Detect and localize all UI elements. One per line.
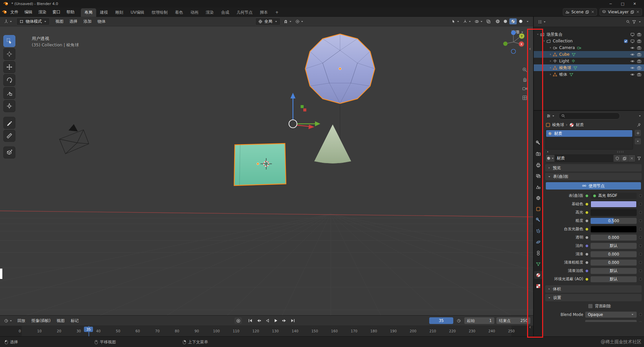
- tool-cursor[interactable]: [3, 48, 15, 60]
- screen-icon[interactable]: [630, 32, 635, 37]
- decorator-dot[interactable]: [639, 244, 642, 247]
- panel-preview[interactable]: 预览: [545, 164, 642, 171]
- remove-viewlayer-icon[interactable]: [636, 10, 640, 14]
- expand-icon[interactable]: [549, 53, 552, 56]
- snap-button[interactable]: [282, 19, 293, 24]
- timeline-menu[interactable]: 抠像(插帧): [28, 316, 53, 325]
- minimize-button[interactable]: ─: [605, 2, 617, 6]
- tool-tweak-select[interactable]: [3, 35, 15, 47]
- shading-wireframe-button[interactable]: [494, 18, 501, 24]
- axis-neg-z-ball[interactable]: [511, 49, 516, 54]
- close-button[interactable]: ✕: [629, 2, 641, 6]
- outliner-row[interactable]: 场景集合: [534, 31, 644, 38]
- mode-dropdown[interactable]: 物体模式: [16, 18, 50, 25]
- shading-material-button[interactable]: [509, 18, 517, 24]
- playhead-frame-chip[interactable]: 35: [84, 327, 93, 332]
- gizmo-plane-handle-red[interactable]: [303, 108, 306, 111]
- color-swatch[interactable]: [591, 209, 637, 216]
- menubar-menu[interactable]: 渲染: [35, 8, 49, 16]
- outliner-row[interactable]: 锥体: [534, 71, 644, 78]
- camera-object[interactable]: [59, 124, 89, 154]
- timeline-ruler[interactable]: 0102030405060708090100110120130140150160…: [0, 326, 533, 337]
- panel-settings[interactable]: 设置: [545, 294, 642, 301]
- outliner-row[interactable]: Collection: [534, 38, 644, 44]
- new-scene-icon[interactable]: [585, 10, 589, 14]
- tool-measure[interactable]: [3, 130, 15, 142]
- properties-editor-button[interactable]: [545, 113, 556, 119]
- workspace-tab[interactable]: 几何节点: [233, 8, 256, 17]
- pan-hand-icon[interactable]: [522, 76, 527, 82]
- camera-view-icon[interactable]: [522, 86, 527, 91]
- panel-surface[interactable]: 表(曲)面: [545, 173, 642, 180]
- gizmos-dropdown[interactable]: [462, 19, 473, 24]
- workspace-tab[interactable]: UV编辑: [127, 8, 148, 17]
- outliner-row[interactable]: 棱角球: [534, 64, 644, 71]
- cone-object[interactable]: [314, 124, 351, 163]
- viewlayer-selector[interactable]: ViewLayer: [600, 8, 642, 16]
- outliner-editor-button[interactable]: [536, 19, 547, 25]
- shading-solid-button[interactable]: [502, 18, 509, 24]
- timeline-menu[interactable]: 回放: [14, 316, 28, 325]
- backface-culling-checkbox[interactable]: [588, 304, 593, 309]
- shader-select[interactable]: 高光 BSDF: [591, 193, 637, 199]
- frame-start-field[interactable]: 起始 1: [464, 317, 494, 324]
- unlink-scene-icon[interactable]: [591, 10, 595, 14]
- value-slider[interactable]: 0.000: [591, 260, 637, 266]
- workspace-tab[interactable]: 雕刻: [112, 8, 127, 17]
- decorator-dot[interactable]: [639, 211, 642, 214]
- tool-transform[interactable]: [3, 100, 15, 112]
- screen-icon[interactable]: [630, 39, 635, 43]
- exclude-checkbox[interactable]: [624, 39, 628, 43]
- outliner-filter-icon[interactable]: [632, 20, 636, 24]
- selectability-dropdown[interactable]: [450, 19, 461, 24]
- menubar-menu[interactable]: 帮助: [63, 8, 77, 16]
- workspace-tab[interactable]: 脚本: [256, 8, 272, 17]
- toggle-ortho-icon[interactable]: [522, 95, 527, 100]
- workspace-tab[interactable]: 渲染: [202, 8, 217, 17]
- outliner-row[interactable]: Camera: [534, 44, 644, 51]
- menubar-menu[interactable]: 文件: [7, 8, 21, 16]
- auto-key-button[interactable]: [234, 317, 242, 324]
- render-camera-icon[interactable]: [637, 72, 641, 77]
- scene-selector[interactable]: Scene: [563, 8, 597, 16]
- xray-toggle[interactable]: [485, 19, 492, 24]
- color-swatch[interactable]: [591, 201, 637, 208]
- tool-rotate[interactable]: [3, 74, 15, 86]
- add-workspace-button[interactable]: +: [272, 8, 282, 17]
- value-slider[interactable]: 0.000: [591, 251, 637, 257]
- workspace-tab[interactable]: 纹理绘制: [148, 8, 171, 17]
- zoom-icon[interactable]: [522, 67, 527, 72]
- decorator-dot[interactable]: [639, 278, 642, 281]
- timeline-editor-button[interactable]: [3, 318, 14, 324]
- viewport-canvas[interactable]: 用户透视 (35) Collection | 棱角球 选项 X: [0, 26, 533, 315]
- viewport-menu[interactable]: 选择: [66, 17, 80, 26]
- shading-rendered-button[interactable]: [517, 18, 524, 24]
- tool-move[interactable]: [3, 61, 15, 73]
- outliner-search-icon[interactable]: [626, 20, 630, 24]
- blender-menu-icon[interactable]: [2, 9, 7, 15]
- add-slot-button[interactable]: [634, 129, 641, 136]
- value-slider[interactable]: 0.500: [591, 218, 637, 224]
- proportional-edit-button[interactable]: [294, 19, 305, 24]
- copy-material-icon[interactable]: [621, 155, 628, 162]
- orientation-dropdown[interactable]: 全局: [255, 18, 281, 25]
- chevron-down-icon[interactable]: [638, 20, 641, 23]
- render-camera-icon[interactable]: [637, 52, 641, 57]
- viewport-menu[interactable]: 添加: [80, 17, 95, 26]
- use-nodes-button[interactable]: 使用节点: [546, 182, 641, 190]
- collapse-region-icon[interactable]: ‹: [529, 46, 531, 51]
- collapse-region-icon[interactable]: ‹: [529, 324, 531, 330]
- workspace-tab[interactable]: 合成: [217, 8, 233, 17]
- tool-add-cube[interactable]: [3, 146, 15, 158]
- play-reverse-button[interactable]: [265, 318, 270, 323]
- material-slot-list[interactable]: 材质: [545, 129, 633, 149]
- value-field[interactable]: 默认: [591, 243, 637, 249]
- material-slot[interactable]: 材质: [546, 130, 632, 137]
- workspace-tab[interactable]: 建模: [96, 8, 112, 17]
- value-field[interactable]: 默认: [591, 268, 637, 274]
- expand-icon[interactable]: [549, 60, 552, 62]
- use-preview-range-button[interactable]: [455, 318, 462, 324]
- shading-dropdown-icon[interactable]: [525, 18, 530, 24]
- resize-grip-icon[interactable]: [617, 150, 624, 153]
- breadcrumb-data[interactable]: 材质: [576, 122, 584, 128]
